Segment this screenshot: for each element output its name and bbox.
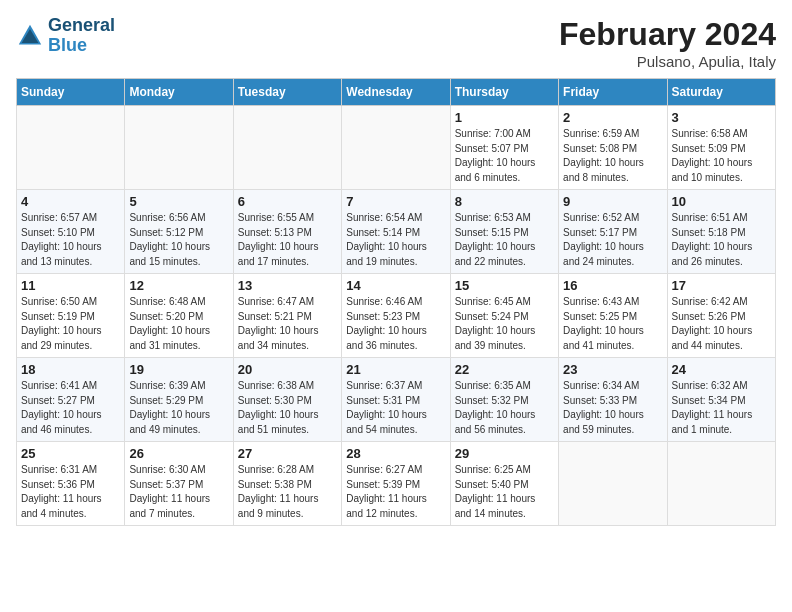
- calendar-header: SundayMondayTuesdayWednesdayThursdayFrid…: [17, 79, 776, 106]
- weekday-header: Friday: [559, 79, 667, 106]
- day-info: Sunrise: 6:57 AMSunset: 5:10 PMDaylight:…: [21, 211, 120, 269]
- day-info: Sunrise: 6:48 AMSunset: 5:20 PMDaylight:…: [129, 295, 228, 353]
- weekday-header: Tuesday: [233, 79, 341, 106]
- day-info: Sunrise: 6:58 AMSunset: 5:09 PMDaylight:…: [672, 127, 771, 185]
- day-number: 26: [129, 446, 228, 461]
- day-number: 13: [238, 278, 337, 293]
- day-info: Sunrise: 6:35 AMSunset: 5:32 PMDaylight:…: [455, 379, 554, 437]
- calendar-cell: 25Sunrise: 6:31 AMSunset: 5:36 PMDayligh…: [17, 442, 125, 526]
- day-info: Sunrise: 6:38 AMSunset: 5:30 PMDaylight:…: [238, 379, 337, 437]
- day-info: Sunrise: 6:54 AMSunset: 5:14 PMDaylight:…: [346, 211, 445, 269]
- calendar-week-row: 1Sunrise: 7:00 AMSunset: 5:07 PMDaylight…: [17, 106, 776, 190]
- day-number: 18: [21, 362, 120, 377]
- day-number: 9: [563, 194, 662, 209]
- day-number: 25: [21, 446, 120, 461]
- day-info: Sunrise: 6:46 AMSunset: 5:23 PMDaylight:…: [346, 295, 445, 353]
- day-number: 5: [129, 194, 228, 209]
- calendar-cell: 13Sunrise: 6:47 AMSunset: 5:21 PMDayligh…: [233, 274, 341, 358]
- calendar-cell: 23Sunrise: 6:34 AMSunset: 5:33 PMDayligh…: [559, 358, 667, 442]
- calendar-cell: 17Sunrise: 6:42 AMSunset: 5:26 PMDayligh…: [667, 274, 775, 358]
- day-info: Sunrise: 7:00 AMSunset: 5:07 PMDaylight:…: [455, 127, 554, 185]
- day-info: Sunrise: 6:52 AMSunset: 5:17 PMDaylight:…: [563, 211, 662, 269]
- calendar-cell: 24Sunrise: 6:32 AMSunset: 5:34 PMDayligh…: [667, 358, 775, 442]
- day-number: 22: [455, 362, 554, 377]
- day-number: 6: [238, 194, 337, 209]
- weekday-header: Wednesday: [342, 79, 450, 106]
- calendar-cell: 14Sunrise: 6:46 AMSunset: 5:23 PMDayligh…: [342, 274, 450, 358]
- day-info: Sunrise: 6:59 AMSunset: 5:08 PMDaylight:…: [563, 127, 662, 185]
- day-number: 1: [455, 110, 554, 125]
- calendar-cell: 28Sunrise: 6:27 AMSunset: 5:39 PMDayligh…: [342, 442, 450, 526]
- weekday-row: SundayMondayTuesdayWednesdayThursdayFrid…: [17, 79, 776, 106]
- title-area: February 2024 Pulsano, Apulia, Italy: [559, 16, 776, 70]
- day-info: Sunrise: 6:34 AMSunset: 5:33 PMDaylight:…: [563, 379, 662, 437]
- day-number: 10: [672, 194, 771, 209]
- calendar-cell: 20Sunrise: 6:38 AMSunset: 5:30 PMDayligh…: [233, 358, 341, 442]
- calendar-cell: 10Sunrise: 6:51 AMSunset: 5:18 PMDayligh…: [667, 190, 775, 274]
- day-info: Sunrise: 6:55 AMSunset: 5:13 PMDaylight:…: [238, 211, 337, 269]
- calendar-cell: 21Sunrise: 6:37 AMSunset: 5:31 PMDayligh…: [342, 358, 450, 442]
- day-info: Sunrise: 6:53 AMSunset: 5:15 PMDaylight:…: [455, 211, 554, 269]
- day-info: Sunrise: 6:41 AMSunset: 5:27 PMDaylight:…: [21, 379, 120, 437]
- logo-icon: [16, 22, 44, 50]
- calendar-cell: 27Sunrise: 6:28 AMSunset: 5:38 PMDayligh…: [233, 442, 341, 526]
- calendar-cell: 12Sunrise: 6:48 AMSunset: 5:20 PMDayligh…: [125, 274, 233, 358]
- day-info: Sunrise: 6:30 AMSunset: 5:37 PMDaylight:…: [129, 463, 228, 521]
- day-number: 4: [21, 194, 120, 209]
- weekday-header: Saturday: [667, 79, 775, 106]
- weekday-header: Thursday: [450, 79, 558, 106]
- calendar-table: SundayMondayTuesdayWednesdayThursdayFrid…: [16, 78, 776, 526]
- day-number: 27: [238, 446, 337, 461]
- calendar-cell: 7Sunrise: 6:54 AMSunset: 5:14 PMDaylight…: [342, 190, 450, 274]
- day-number: 17: [672, 278, 771, 293]
- day-info: Sunrise: 6:37 AMSunset: 5:31 PMDaylight:…: [346, 379, 445, 437]
- weekday-header: Monday: [125, 79, 233, 106]
- day-number: 3: [672, 110, 771, 125]
- calendar-week-row: 25Sunrise: 6:31 AMSunset: 5:36 PMDayligh…: [17, 442, 776, 526]
- calendar-cell: 18Sunrise: 6:41 AMSunset: 5:27 PMDayligh…: [17, 358, 125, 442]
- weekday-header: Sunday: [17, 79, 125, 106]
- day-info: Sunrise: 6:28 AMSunset: 5:38 PMDaylight:…: [238, 463, 337, 521]
- day-info: Sunrise: 6:47 AMSunset: 5:21 PMDaylight:…: [238, 295, 337, 353]
- calendar-cell: 26Sunrise: 6:30 AMSunset: 5:37 PMDayligh…: [125, 442, 233, 526]
- day-info: Sunrise: 6:45 AMSunset: 5:24 PMDaylight:…: [455, 295, 554, 353]
- calendar-cell: [125, 106, 233, 190]
- day-number: 7: [346, 194, 445, 209]
- day-number: 12: [129, 278, 228, 293]
- day-number: 16: [563, 278, 662, 293]
- day-info: Sunrise: 6:39 AMSunset: 5:29 PMDaylight:…: [129, 379, 228, 437]
- calendar-cell: 5Sunrise: 6:56 AMSunset: 5:12 PMDaylight…: [125, 190, 233, 274]
- day-info: Sunrise: 6:25 AMSunset: 5:40 PMDaylight:…: [455, 463, 554, 521]
- day-number: 14: [346, 278, 445, 293]
- day-number: 24: [672, 362, 771, 377]
- day-number: 2: [563, 110, 662, 125]
- calendar-cell: 8Sunrise: 6:53 AMSunset: 5:15 PMDaylight…: [450, 190, 558, 274]
- calendar-week-row: 18Sunrise: 6:41 AMSunset: 5:27 PMDayligh…: [17, 358, 776, 442]
- day-info: Sunrise: 6:43 AMSunset: 5:25 PMDaylight:…: [563, 295, 662, 353]
- day-info: Sunrise: 6:56 AMSunset: 5:12 PMDaylight:…: [129, 211, 228, 269]
- day-number: 8: [455, 194, 554, 209]
- calendar-cell: 19Sunrise: 6:39 AMSunset: 5:29 PMDayligh…: [125, 358, 233, 442]
- calendar-cell: 9Sunrise: 6:52 AMSunset: 5:17 PMDaylight…: [559, 190, 667, 274]
- day-number: 23: [563, 362, 662, 377]
- day-number: 29: [455, 446, 554, 461]
- day-number: 28: [346, 446, 445, 461]
- day-number: 20: [238, 362, 337, 377]
- day-number: 21: [346, 362, 445, 377]
- calendar-cell: 15Sunrise: 6:45 AMSunset: 5:24 PMDayligh…: [450, 274, 558, 358]
- day-info: Sunrise: 6:27 AMSunset: 5:39 PMDaylight:…: [346, 463, 445, 521]
- day-info: Sunrise: 6:51 AMSunset: 5:18 PMDaylight:…: [672, 211, 771, 269]
- day-info: Sunrise: 6:50 AMSunset: 5:19 PMDaylight:…: [21, 295, 120, 353]
- day-number: 19: [129, 362, 228, 377]
- month-year: February 2024: [559, 16, 776, 53]
- logo: General Blue: [16, 16, 115, 56]
- calendar-cell: [559, 442, 667, 526]
- calendar-cell: 2Sunrise: 6:59 AMSunset: 5:08 PMDaylight…: [559, 106, 667, 190]
- calendar-cell: [342, 106, 450, 190]
- day-number: 11: [21, 278, 120, 293]
- calendar-cell: 3Sunrise: 6:58 AMSunset: 5:09 PMDaylight…: [667, 106, 775, 190]
- calendar-cell: 29Sunrise: 6:25 AMSunset: 5:40 PMDayligh…: [450, 442, 558, 526]
- calendar-cell: 1Sunrise: 7:00 AMSunset: 5:07 PMDaylight…: [450, 106, 558, 190]
- logo-text: General Blue: [48, 16, 115, 56]
- calendar-cell: [17, 106, 125, 190]
